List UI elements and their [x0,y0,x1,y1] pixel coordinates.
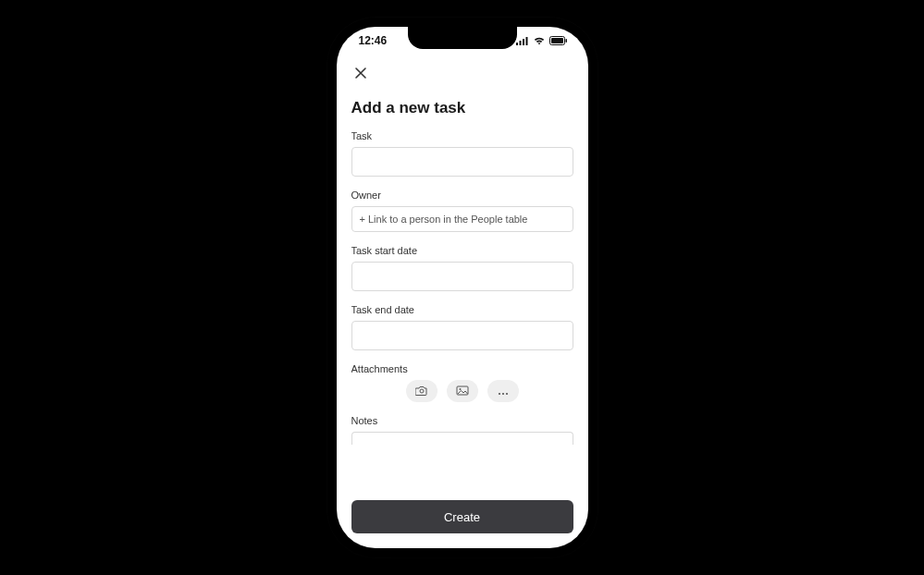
svg-point-9 [459,388,461,390]
field-task: Task [351,130,573,177]
page-title: Add a new task [351,99,573,117]
svg-point-11 [501,393,503,395]
owner-link-picker[interactable]: + Link to a person in the People table [351,206,573,232]
create-button-label: Create [444,510,480,524]
owner-placeholder: + Link to a person in the People table [360,214,528,225]
svg-rect-1 [519,41,521,45]
svg-rect-0 [516,43,518,45]
end-date-input[interactable] [351,321,573,350]
camera-icon [415,383,428,399]
end-date-label: Task end date [351,304,573,315]
field-notes: Notes [351,415,573,445]
start-date-input[interactable] [351,262,573,291]
close-button[interactable] [351,66,370,84]
new-task-form: Task Owner + Link to a person in the Peo… [351,130,573,500]
attachments-label: Attachments [351,363,573,374]
field-owner: Owner + Link to a person in the People t… [351,190,573,232]
svg-point-7 [420,389,424,393]
attach-more-button[interactable] [487,380,519,402]
phone-frame: 12:46 [337,27,588,548]
image-icon [456,383,469,399]
svg-rect-6 [565,39,567,43]
close-icon [354,67,367,83]
create-button[interactable]: Create [351,500,573,533]
svg-rect-5 [551,38,563,43]
notes-label: Notes [351,415,573,426]
app-screen: Add a new task Task Owner + Link to a pe… [337,55,588,548]
start-date-label: Task start date [351,245,573,256]
device-notch [408,27,517,49]
attach-camera-button[interactable] [406,380,437,402]
notes-input[interactable] [351,432,573,445]
status-time: 12:46 [359,34,388,47]
wifi-icon [533,36,546,45]
field-start-date: Task start date [351,245,573,291]
cellular-icon [516,36,529,45]
svg-point-10 [498,393,499,395]
battery-icon [549,36,568,45]
svg-point-12 [505,393,507,395]
task-label: Task [351,130,573,141]
more-icon [497,383,510,399]
svg-rect-3 [525,37,527,45]
field-attachments: Attachments [351,363,573,402]
status-indicators [516,36,568,45]
svg-rect-2 [523,39,524,45]
owner-label: Owner [351,190,573,201]
task-input[interactable] [351,147,573,177]
attach-image-button[interactable] [447,380,478,402]
field-end-date: Task end date [351,304,573,350]
